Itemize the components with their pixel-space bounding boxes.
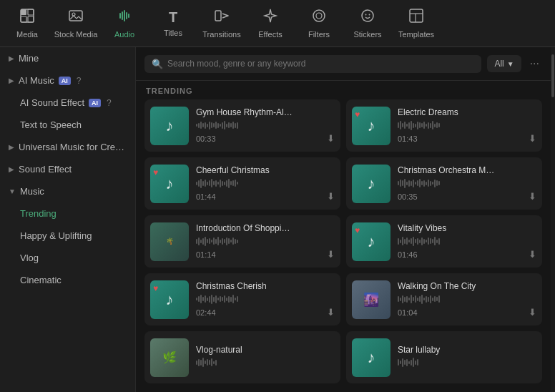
music-meta: 02:44 ⬇ (196, 307, 335, 318)
duration: 02:44 (196, 308, 216, 317)
ai-badge: AI (89, 99, 101, 107)
chevron-right-icon: ▶ (9, 143, 14, 151)
waveform (196, 358, 335, 368)
download-icon[interactable]: ⬇ (327, 307, 335, 318)
music-note-icon: ♪ (166, 117, 174, 135)
sidebar-universal-label: Universal Music for Cre… (19, 142, 124, 152)
filter-button[interactable]: All ▼ (487, 55, 521, 72)
music-info: Cheerful Christmas 01:44 ⬇ (196, 165, 335, 202)
heart-icon: ♥ (153, 167, 158, 177)
help-icon: ? (77, 76, 82, 86)
svg-rect-2 (28, 9, 34, 15)
duration: 01:04 (398, 308, 418, 317)
music-card-intro-shopping[interactable]: 🌴 Introduction Of Shoppi… 01:14 ⬇ (144, 215, 340, 268)
music-meta: 01:43 ⬇ (398, 133, 536, 144)
duration: 01:46 (398, 250, 418, 259)
music-note-icon: ♪ (166, 290, 174, 309)
music-card-christmas-cherish[interactable]: ♥ ♪ Christmas Cherish 02:44 ⬇ (144, 273, 340, 325)
nav-effects[interactable]: Effects (246, 2, 295, 45)
sidebar-item-mine[interactable]: ▶ Mine (0, 47, 135, 69)
sidebar-item-happy-uplifting[interactable]: Happy & Uplifting (0, 225, 135, 247)
music-title: Vlog-natural (196, 345, 335, 355)
chevron-right-icon: ▶ (9, 77, 14, 84)
trending-section-label: TRENDING (136, 81, 551, 99)
sidebar-happy-label: Happy & Uplifting (20, 230, 92, 241)
sidebar-group-music[interactable]: ▼ Music (0, 180, 135, 202)
sidebar-item-cinematic[interactable]: Cinematic (0, 269, 135, 291)
scrollbar-track[interactable] (551, 47, 555, 392)
sidebar-item-text-to-speech[interactable]: Text to Speech (0, 114, 135, 136)
nav-stock-media-label: Stock Media (54, 30, 98, 39)
sidebar-vlog-label: Vlog (20, 253, 39, 263)
music-title: Cheerful Christmas (196, 165, 335, 175)
sidebar-sound-effect-label: Sound Effect (19, 164, 72, 175)
photo-placeholder: 🌴 (164, 236, 175, 247)
nav-templates-label: Templates (398, 30, 434, 39)
music-card-electric-dreams[interactable]: ♥ ♪ Electric Dreams 01:43 ⬇ (346, 99, 542, 152)
filters-icon (311, 8, 327, 27)
download-icon[interactable]: ⬇ (327, 249, 335, 260)
sidebar-item-universal-music[interactable]: ▶ Universal Music for Cre… (0, 136, 135, 158)
nav-stickers-label: Stickers (353, 30, 381, 39)
music-meta: 01:44 ⬇ (196, 191, 335, 202)
download-icon[interactable]: ⬇ (529, 307, 536, 318)
waveform (398, 178, 536, 188)
music-card-walking-city[interactable]: 🌆 Walking On The City 01:04 ⬇ (346, 273, 542, 325)
sidebar-item-trending[interactable]: Trending (0, 202, 135, 225)
svg-rect-13 (410, 9, 423, 22)
sidebar-item-ai-sound-effect[interactable]: AI Sound Effect AI ? (0, 92, 135, 114)
music-note-icon: ♪ (368, 175, 375, 193)
nav-stock-media[interactable]: Stock Media (51, 2, 100, 45)
music-title: Electric Dreams (398, 107, 536, 117)
nav-filters[interactable]: Filters (295, 2, 343, 45)
music-card-gym-house[interactable]: ♪ Gym House Rhythm-Al… 00:33 ⬇ (144, 99, 340, 152)
svg-point-8 (313, 10, 325, 21)
music-info: Introduction Of Shoppi… 01:14 ⬇ (196, 223, 335, 260)
nav-titles-label: Titles (164, 29, 182, 37)
svg-rect-1 (21, 9, 26, 15)
download-icon[interactable]: ⬇ (529, 133, 536, 144)
music-title: Vitality Vibes (398, 223, 536, 233)
music-card-cheerful-christmas[interactable]: ♥ ♪ Cheerful Christmas 01:44 ⬇ (144, 157, 340, 210)
download-icon[interactable]: ⬇ (327, 191, 335, 202)
titles-icon: T (169, 9, 177, 26)
music-info: Christmas Cherish 02:44 ⬇ (196, 281, 335, 318)
music-card-star-lullaby[interactable]: ♪ Star lullaby (346, 331, 542, 383)
music-meta: 00:35 ⬇ (398, 191, 536, 202)
nav-stickers[interactable]: Stickers (343, 2, 392, 45)
download-icon[interactable]: ⬇ (529, 249, 536, 260)
svg-point-10 (362, 10, 373, 21)
more-options-button[interactable]: ··· (527, 54, 542, 73)
scrollbar-thumb[interactable] (551, 54, 554, 97)
chevron-down-icon: ▼ (507, 60, 514, 68)
chevron-right-icon: ▶ (9, 54, 14, 62)
music-title: Walking On The City (398, 281, 536, 291)
nav-media[interactable]: Media (3, 2, 51, 45)
search-input[interactable] (167, 59, 474, 69)
download-icon[interactable]: ⬇ (529, 191, 536, 202)
music-card-vlog-natural[interactable]: 🌿 Vlog-natural (144, 331, 340, 383)
nav-audio[interactable]: Audio (100, 2, 149, 45)
sidebar-ai-sound-label: AI Sound Effect (20, 97, 84, 108)
music-grid: ♪ Gym House Rhythm-Al… 00:33 ⬇ ♥ (136, 99, 551, 392)
heart-icon: ♥ (355, 109, 360, 119)
nav-templates[interactable]: Templates (392, 2, 441, 45)
svg-point-12 (369, 14, 370, 16)
music-note-icon: ♪ (368, 348, 375, 367)
music-card-vitality-vibes[interactable]: ♥ ♪ Vitality Vibes 01:46 ⬇ (346, 215, 542, 268)
music-title: Introduction Of Shoppi… (196, 223, 335, 233)
search-input-wrap[interactable]: 🔍 (144, 55, 481, 73)
sidebar-trending-label: Trending (20, 208, 57, 219)
music-card-christmas-orchestra[interactable]: ♪ Christmas Orchestra M… 00:35 ⬇ (346, 157, 542, 210)
sidebar-item-ai-music[interactable]: ▶ AI Music AI ? (0, 69, 135, 92)
download-icon[interactable]: ⬇ (327, 133, 335, 144)
stickers-icon (360, 8, 375, 27)
nav-titles[interactable]: T Titles (149, 2, 197, 45)
nav-transitions[interactable]: Transitions (197, 2, 246, 45)
sidebar-item-sound-effect[interactable]: ▶ Sound Effect (0, 158, 135, 180)
duration: 00:35 (398, 192, 418, 201)
sidebar-item-vlog[interactable]: Vlog (0, 247, 135, 269)
album-thumb: ♥ ♪ (150, 165, 189, 203)
main-layout: ▶ Mine ▶ AI Music AI ? AI Sound Effect A… (0, 47, 555, 392)
media-icon (19, 8, 35, 27)
